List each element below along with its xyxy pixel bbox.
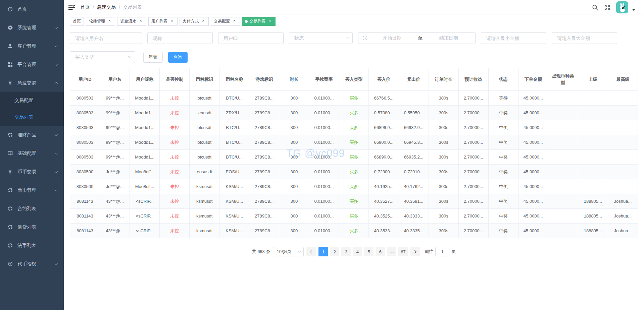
nickname-input[interactable] bbox=[148, 33, 212, 44]
table-cell: 未控 bbox=[160, 209, 190, 224]
buy-type-select[interactable]: 买入类型 bbox=[70, 51, 135, 63]
sidebar-subitem-4-0[interactable]: 交易配置 bbox=[0, 92, 64, 109]
sidebar-item-1[interactable]: 系统管理 bbox=[0, 18, 64, 37]
tab-6[interactable]: 交易列表× bbox=[242, 17, 276, 26]
status-select[interactable]: 状态 bbox=[289, 32, 353, 44]
close-tab-icon[interactable]: × bbox=[201, 19, 206, 24]
table-cell: 8080503 bbox=[70, 106, 100, 120]
table-cell: btcusdt bbox=[190, 135, 219, 150]
table-cell: 99***@... bbox=[100, 150, 130, 165]
table-cell: Moodd1... bbox=[130, 91, 160, 106]
table-cell: ksmusdt bbox=[190, 209, 219, 224]
sidebar-toggle-icon[interactable] bbox=[68, 4, 75, 10]
table-cell: 66935.2... bbox=[399, 150, 429, 165]
table-cell: 8081143 bbox=[70, 224, 100, 238]
page-size-select[interactable]: 10条/页 bbox=[273, 247, 304, 256]
tab-2[interactable]: 资金流水× bbox=[117, 17, 146, 26]
date-end-placeholder[interactable]: 结束日期 bbox=[426, 35, 472, 41]
table-cell: 2.70000... bbox=[458, 120, 488, 135]
reset-button[interactable]: 重置 bbox=[143, 52, 163, 63]
sidebar-item-5[interactable]: 理财产品 bbox=[0, 126, 64, 144]
prev-page-button[interactable] bbox=[306, 247, 316, 256]
close-tab-icon[interactable]: × bbox=[169, 19, 175, 24]
nickname-field-wrap bbox=[147, 32, 213, 44]
sidebar-item-2[interactable]: 客户管理 bbox=[0, 37, 64, 55]
breadcrumb-item[interactable]: 首页 bbox=[80, 4, 90, 10]
breadcrumb-item: 交易列表 bbox=[123, 4, 142, 10]
table-cell: 未控 bbox=[160, 165, 190, 179]
user-icon bbox=[7, 43, 13, 49]
table-cell bbox=[548, 150, 578, 165]
table-row: 808050399***@...Moodd1...未控btcusdtBTC/U.… bbox=[70, 120, 638, 135]
page-button-4[interactable]: 4 bbox=[353, 247, 362, 256]
table-cell: 66766.5... bbox=[369, 91, 399, 106]
table-cell: 2789C8... bbox=[249, 135, 279, 150]
column-header-18: 最高级 bbox=[608, 68, 638, 91]
page-button-1[interactable]: 1 bbox=[318, 247, 328, 256]
fullscreen-icon[interactable] bbox=[604, 4, 610, 11]
close-tab-icon[interactable]: × bbox=[138, 19, 143, 24]
close-tab-icon[interactable]: × bbox=[267, 19, 273, 24]
breadcrumb-item[interactable]: 急速交易 bbox=[97, 4, 116, 10]
sidebar-item-4[interactable]: ¥急速交易 bbox=[0, 74, 64, 92]
table-cell: 99***@... bbox=[100, 91, 130, 106]
tab-0[interactable]: 首页 bbox=[70, 17, 84, 26]
table-header: 用户ID用户名用户昵称是否控制币种标识币种名称游戏标识时长手续费率买入类型买入价… bbox=[70, 68, 638, 91]
sidebar-item-7[interactable]: ¥币币交易 bbox=[0, 163, 64, 181]
table-cell: 8080503 bbox=[70, 91, 100, 106]
page-button-6[interactable]: 6 bbox=[376, 247, 385, 256]
sidebar-item-9[interactable]: 合约列表 bbox=[0, 199, 64, 218]
table-cell: 等待 bbox=[488, 91, 518, 106]
table-cell: 300 bbox=[279, 209, 309, 224]
sidebar-item-11[interactable]: 法币列表 bbox=[0, 236, 64, 255]
close-tab-icon[interactable]: × bbox=[107, 19, 112, 24]
userid-input[interactable] bbox=[218, 33, 283, 44]
table-cell: 0.01000... bbox=[309, 120, 339, 135]
min-amount-field-wrap bbox=[481, 32, 546, 44]
tab-label: 支付方式 bbox=[183, 18, 199, 24]
sidebar-subitem-4-1[interactable]: 交易列表 bbox=[0, 109, 64, 126]
sidebar-item-12[interactable]: 代币授权 bbox=[0, 255, 64, 273]
min-amount-input[interactable] bbox=[481, 33, 546, 44]
page-button-67[interactable]: 67 bbox=[398, 247, 408, 256]
close-tab-icon[interactable]: × bbox=[232, 19, 237, 24]
table-cell bbox=[548, 224, 578, 238]
next-page-button[interactable] bbox=[410, 247, 420, 256]
sidebar-item-label: 法币列表 bbox=[17, 243, 36, 249]
table-cell: ksmusdt bbox=[190, 179, 219, 194]
date-range-picker[interactable]: 开始日期 至 结束日期 bbox=[358, 32, 476, 44]
sidebar-item-0[interactable]: 首页 bbox=[0, 0, 64, 18]
tab-3[interactable]: 用户列表× bbox=[148, 17, 178, 26]
book-icon bbox=[7, 150, 13, 157]
table-row: 8080500Jo***@...Moo8cff...未控ksmusdtKSM/U… bbox=[70, 179, 638, 194]
column-header-6: 游戏标识 bbox=[249, 68, 279, 91]
table-row: 808114343***@...<sCRiP...未控ksmusdtKSM/U.… bbox=[70, 209, 638, 224]
avatar[interactable] bbox=[616, 1, 628, 13]
tab-1[interactable]: 轮播管理× bbox=[86, 17, 115, 26]
tab-5[interactable]: 交易配置× bbox=[211, 17, 240, 26]
max-amount-input[interactable] bbox=[552, 33, 617, 44]
search-button[interactable]: 查询 bbox=[168, 52, 188, 63]
table-cell: 300 bbox=[279, 91, 309, 106]
table-row: 808050399***@...Moodd1...未控btcusdtBTC/U.… bbox=[70, 150, 638, 165]
page-button-3[interactable]: 3 bbox=[341, 247, 351, 256]
table-cell: 中奖 bbox=[488, 194, 518, 209]
more-pages-icon[interactable]: ··· bbox=[387, 247, 396, 256]
table-cell: KSM/U... bbox=[219, 209, 249, 224]
date-start-placeholder[interactable]: 开始日期 bbox=[369, 35, 415, 41]
tab-4[interactable]: 支付方式× bbox=[180, 17, 209, 26]
page-jumper-input[interactable] bbox=[435, 247, 449, 256]
sidebar-item-3[interactable]: 平台管理 bbox=[0, 55, 64, 74]
search-icon[interactable] bbox=[592, 4, 598, 11]
page-button-2[interactable]: 2 bbox=[330, 247, 339, 256]
table-cell bbox=[608, 91, 638, 106]
column-header-13: 预计收益 bbox=[458, 68, 488, 91]
sidebar-item-8[interactable]: 新币管理 bbox=[0, 181, 64, 199]
username-input[interactable] bbox=[70, 33, 142, 44]
table-cell: 300 bbox=[279, 165, 309, 179]
sidebar-item-10[interactable]: 借贷列表 bbox=[0, 218, 64, 236]
sidebar-item-6[interactable]: 基础配置 bbox=[0, 144, 64, 163]
user-menu-caret-icon[interactable] bbox=[632, 9, 635, 11]
buy-type-placeholder: 买入类型 bbox=[75, 54, 94, 60]
page-button-5[interactable]: 5 bbox=[364, 247, 374, 256]
